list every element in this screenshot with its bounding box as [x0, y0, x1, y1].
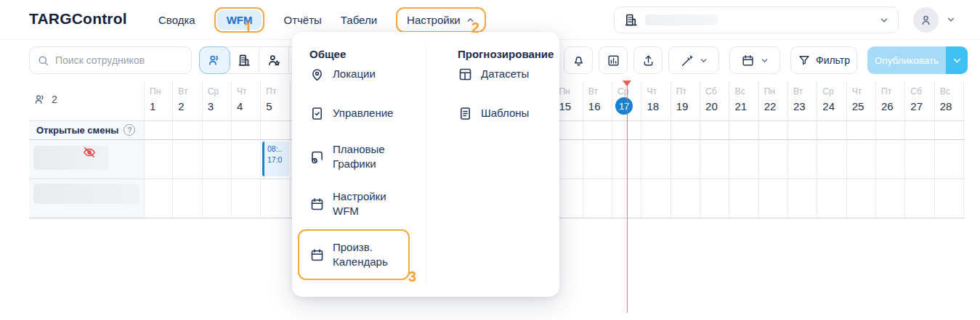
view-employees-button[interactable] — [200, 47, 230, 73]
calendar-range-button[interactable] — [729, 46, 780, 74]
view-departments-button[interactable] — [230, 47, 259, 73]
date-label: 2 — [178, 100, 184, 112]
search-input[interactable] — [55, 54, 171, 66]
day-column: Сб20 — [700, 81, 729, 218]
dataset-grid-icon — [458, 67, 473, 82]
menu-item-datasety[interactable]: Датасеты — [458, 67, 529, 82]
menu-item-proizv-kalendar[interactable]: Произв. Календарь — [309, 240, 411, 270]
filter-label: Фильтр — [816, 54, 850, 66]
date-label: 5 — [266, 100, 272, 112]
chevron-down-icon — [952, 55, 963, 66]
app-logo[interactable]: TARGControl — [29, 10, 127, 28]
person-star-icon — [267, 53, 281, 67]
document-check-icon — [309, 106, 325, 121]
employee-name-redacted — [33, 146, 109, 170]
shift-end-time: 17:0 — [267, 155, 289, 165]
nav-item-wfm[interactable]: WFM — [217, 10, 262, 30]
visibility-off-icon[interactable] — [82, 145, 97, 160]
building-icon — [237, 53, 251, 67]
view-positions-button[interactable] — [259, 47, 289, 73]
annotation-outline-wfm: WFM — [214, 7, 265, 33]
day-column: Вт2 — [173, 81, 202, 218]
open-shifts-label: Открытые смены — [36, 125, 118, 136]
today-badge: 17 — [615, 97, 633, 115]
day-of-week-label: Пт — [266, 86, 276, 97]
day-column: Чт4 — [232, 81, 261, 218]
day-column: Вс28 — [935, 81, 964, 218]
publish-button[interactable]: Опубликовать — [867, 46, 946, 74]
day-column: Пт26 — [876, 81, 905, 218]
day-of-week-label: Ср — [208, 86, 219, 97]
menu-item-label: Управление — [333, 106, 393, 120]
statistics-button[interactable] — [599, 46, 628, 74]
date-label: 23 — [793, 100, 806, 112]
day-of-week-label: Вт — [588, 86, 598, 97]
menu-divider — [426, 45, 426, 284]
menu-item-lokacii[interactable]: Локации — [309, 67, 376, 82]
notifications-button[interactable] — [564, 46, 593, 74]
date-label: 19 — [676, 100, 689, 112]
date-label: 21 — [734, 100, 747, 112]
day-column: Чт18 — [641, 81, 671, 218]
auto-schedule-button[interactable] — [668, 46, 719, 74]
employee-name-redacted — [33, 184, 139, 204]
day-of-week-label: Пт — [676, 86, 687, 97]
day-column: Чт25 — [847, 81, 876, 218]
bell-icon — [572, 54, 586, 67]
chevron-down-icon — [760, 56, 769, 65]
nav-item-otchety[interactable]: Отчёты — [283, 14, 321, 26]
export-button[interactable] — [633, 46, 663, 74]
annotation-3: 3 — [408, 268, 416, 285]
calendar-icon — [309, 247, 325, 263]
date-label: 16 — [588, 100, 601, 112]
menu-item-planovye-grafiki[interactable]: Плановые Графики — [309, 142, 411, 172]
location-pin-icon — [309, 67, 325, 82]
today-line — [627, 81, 628, 313]
employee-search — [29, 46, 192, 74]
nav-item-tabeli[interactable]: Табели — [341, 14, 377, 26]
day-of-week-label: Чт — [647, 86, 657, 97]
day-of-week-label: Ср — [822, 86, 833, 97]
menu-item-label: Настройки WFM — [333, 189, 411, 219]
menu-item-label: Локации — [333, 67, 376, 81]
day-of-week-label: Вс — [734, 86, 745, 97]
shift-card[interactable]: 08:.. 17:0 — [262, 141, 289, 176]
day-column: Вт16 — [583, 81, 612, 218]
calendar-icon — [309, 197, 325, 212]
date-label: 1 — [150, 100, 155, 112]
employee-row-label — [29, 179, 144, 218]
menu-item-upravlenie[interactable]: Управление — [309, 106, 393, 121]
menu-item-nastroyki-wfm[interactable]: Настройки WFM — [309, 189, 411, 219]
magic-wand-icon — [680, 54, 694, 67]
user-avatar[interactable] — [913, 7, 939, 33]
menu-item-label: Произв. Календарь — [333, 240, 411, 270]
day-column: Ср3 — [203, 81, 232, 218]
chevron-down-icon — [699, 56, 708, 65]
date-label: 3 — [208, 100, 214, 112]
shift-start-time: 08:.. — [267, 144, 289, 155]
nav-item-nastroyki[interactable]: Настройки — [399, 10, 483, 30]
user-menu-chevron-icon[interactable] — [946, 15, 956, 25]
date-label: 25 — [852, 100, 864, 112]
annotation-2: 2 — [471, 20, 479, 36]
nav-item-label: Настройки — [407, 14, 461, 26]
people-icon — [207, 53, 222, 67]
day-column: Вт23 — [788, 81, 817, 218]
nav-item-svodka[interactable]: Сводка — [158, 14, 195, 26]
date-label: 28 — [940, 100, 952, 112]
calendar-icon — [741, 54, 755, 67]
menu-item-shablony[interactable]: Шаблоны — [458, 106, 529, 121]
company-selector[interactable] — [614, 7, 899, 33]
publish-options-button[interactable] — [946, 46, 968, 74]
filter-button[interactable]: Фильтр — [790, 46, 857, 74]
day-of-week-label: Пн — [150, 86, 161, 97]
day-column: Пн1 — [144, 81, 173, 218]
date-label: 4 — [237, 100, 243, 112]
help-icon[interactable]: ? — [123, 124, 135, 136]
menu-item-label: Плановые Графики — [333, 142, 411, 172]
menu-item-label: Датасеты — [481, 67, 529, 81]
upload-icon — [641, 54, 655, 67]
search-icon — [37, 54, 49, 67]
menu-section-title: Общее — [309, 48, 346, 60]
day-of-week-label: Чт — [852, 86, 862, 97]
